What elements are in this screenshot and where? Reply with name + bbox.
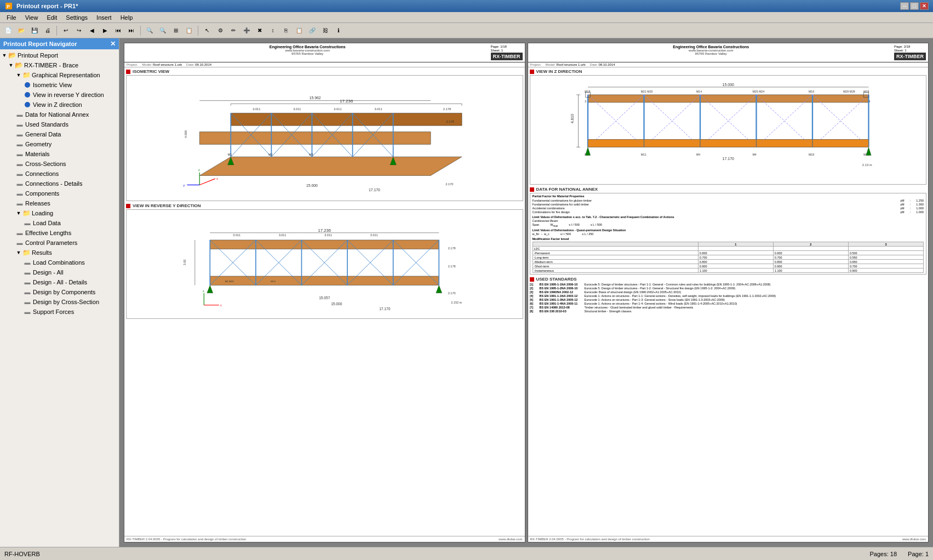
mod-row: -Short-term0.9000.9000.700	[533, 264, 924, 268]
mod-val-2: 0.600	[773, 251, 848, 255]
tree-item-design-all-details[interactable]: ▬ Design - All - Details	[0, 277, 119, 287]
expand-icon[interactable]: ▼	[1, 52, 8, 59]
tb-save[interactable]: 💾	[28, 25, 41, 37]
standards-item: [4]BS EN 1991-1-1NA 2003-12Eurocode 1: A…	[530, 294, 927, 298]
standards-item: [8]BS EN 338 2010-03Structural timber - …	[530, 310, 927, 313]
tree-item-support-forces[interactable]: ▬ Support Forces	[0, 307, 119, 317]
menu-view[interactable]: View	[21, 13, 43, 22]
svg-text:M1: M1	[228, 153, 232, 156]
folder-open-icon: 📂	[14, 61, 23, 70]
tree-item-cross-sections[interactable]: ▬ Cross-Sections	[0, 159, 119, 169]
tb-forward[interactable]: ▶	[99, 25, 111, 37]
tb-info[interactable]: ℹ	[333, 25, 345, 37]
tree-item-results[interactable]: ▼ 📁 Results	[0, 248, 119, 258]
tree-item-materials[interactable]: ▬ Materials	[0, 149, 119, 159]
deform-span: Span	[533, 223, 540, 227]
tree-item-components[interactable]: ▬ Components	[0, 188, 119, 198]
tb-zoom-in[interactable]: 🔍	[144, 25, 156, 37]
tb-open[interactable]: 📂	[15, 25, 27, 37]
expand-icon[interactable]: ▼	[8, 62, 14, 68]
svg-rect-45	[210, 240, 439, 249]
tree-item-design-all[interactable]: ▬ Design - All	[0, 267, 119, 277]
expand-icon[interactable]: ▼	[15, 72, 22, 78]
svg-text:15.000: 15.000	[722, 83, 734, 87]
std-code: BS EN 1991-1-1NA 2003-12	[540, 294, 583, 298]
minimize-button[interactable]: ─	[900, 2, 909, 10]
tb-link[interactable]: 🔗	[306, 25, 318, 37]
tb-select[interactable]: ↖	[201, 25, 213, 37]
tb-undo[interactable]: ↩	[60, 25, 72, 37]
tree-item-load-data[interactable]: ▬ Load Data	[0, 218, 119, 228]
tree-item-design-cross[interactable]: ▬ Design by Cross-Section	[0, 297, 119, 307]
close-button[interactable]: ✕	[920, 2, 929, 10]
menu-insert[interactable]: Insert	[92, 13, 116, 22]
tb-unlink[interactable]: ⛓	[319, 25, 331, 37]
tree-item-design-components[interactable]: ▬ Design by Components	[0, 287, 119, 297]
tb-print[interactable]: 🖨	[42, 25, 54, 37]
tree-item-loading[interactable]: ▼ 📁 Loading	[0, 208, 119, 218]
tree-item-view-reverse-y[interactable]: View in reverse Y direction	[0, 90, 119, 100]
tree-item-releases[interactable]: ▬ Releases	[0, 198, 119, 208]
svg-text:M3: M3	[309, 153, 313, 156]
expand-icon[interactable]: ▼	[15, 210, 22, 216]
tree-item-geometry[interactable]: ▬ Geometry	[0, 139, 119, 149]
tree-item-connections-details[interactable]: ▬ Connections - Details	[0, 179, 119, 188]
na-sym-3: γM	[900, 207, 904, 210]
tb-last[interactable]: ⏭	[125, 25, 138, 37]
navigator-close[interactable]: ✕	[110, 40, 116, 48]
tb-zoom-out[interactable]: 🔍	[157, 25, 169, 37]
tb-move[interactable]: ↕	[267, 25, 279, 37]
view-z-box: 4.810 15.000 17.170 2.13 m M18 M21 M20 M…	[530, 75, 927, 185]
tree-item-standards[interactable]: ▬ Used Standards	[0, 119, 119, 129]
tree-item-load-combinations[interactable]: ▬ Load Combinations	[0, 258, 119, 267]
expand-icon[interactable]: ▼	[15, 249, 22, 256]
tb-delete[interactable]: ✖	[254, 25, 266, 37]
menu-help[interactable]: Help	[116, 13, 138, 22]
tree-item-printout-report[interactable]: ▼ 📂 Printout Report	[0, 50, 119, 60]
menu-settings[interactable]: Settings	[61, 13, 92, 22]
standards-list: [1]BS EN 1995-1-1NA 2006-10Eurocode 5: D…	[530, 283, 927, 313]
svg-text:M4: M4	[752, 153, 756, 156]
tb-back[interactable]: ◀	[86, 25, 98, 37]
tree-item-effective-lengths[interactable]: ▬ Effective Lengths	[0, 228, 119, 238]
svg-text:z: z	[198, 168, 200, 172]
svg-text:17.170: 17.170	[369, 188, 380, 192]
na-sep-3: :	[910, 207, 911, 210]
svg-text:3.011: 3.011	[279, 233, 287, 237]
tb-zoom-page[interactable]: 📋	[183, 25, 195, 37]
tree-label: Control Parameters	[25, 239, 77, 246]
tb-add[interactable]: ➕	[241, 25, 253, 37]
doc-icon: ▬	[15, 130, 24, 139]
tree-item-general[interactable]: ▬ General Data	[0, 129, 119, 139]
std-desc: Eurocode 1: Actions on structures - Part…	[585, 294, 776, 298]
sheet-label-2: Sheet:	[894, 49, 903, 52]
tb-copy[interactable]: ⎘	[280, 25, 292, 37]
tree-item-control[interactable]: ▬ Control Parameters	[0, 238, 119, 248]
tb-zoom-fit[interactable]: ⊞	[170, 25, 182, 37]
tb-paste[interactable]: 📋	[293, 25, 305, 37]
tree-item-national[interactable]: ▬ Data for National Annex	[0, 110, 119, 119]
standards-item: [7]BS EN 14080 2013-08Timber structures …	[530, 306, 927, 309]
tb-first[interactable]: ⏮	[112, 25, 124, 37]
tree-item-rx-timber[interactable]: ▼ 📂 RX-TIMBER - Brace	[0, 60, 119, 70]
company-address: 95765 Rambov Valley	[127, 52, 489, 55]
tb-new[interactable]: 📄	[2, 25, 14, 37]
tree-item-isometric[interactable]: Isometric View	[0, 80, 119, 90]
doc-icon: ▬	[23, 278, 32, 287]
maximize-button[interactable]: □	[910, 2, 919, 10]
tree-item-graphical[interactable]: ▼ 📁 Graphical Representation	[0, 70, 119, 80]
svg-rect-135	[812, 139, 868, 147]
tree-item-connections[interactable]: ▬ Connections	[0, 169, 119, 179]
page-num-2: 2/18	[904, 45, 911, 48]
tb-sep2	[140, 26, 141, 36]
footer-text-2: RX-TIMBER 2.04.0005 - Program for calcul…	[530, 538, 650, 541]
tb-edit2[interactable]: ✏	[227, 25, 239, 37]
standards-item: [6]BS EN 1991-1-4NA 2005-11Eurocode 1: A…	[530, 302, 927, 305]
tb-redo[interactable]: ↪	[73, 25, 85, 37]
menu-file[interactable]: File	[2, 13, 21, 22]
tree-item-view-z[interactable]: View in Z direction	[0, 100, 119, 110]
tb-settings2[interactable]: ⚙	[214, 25, 226, 37]
quasi-p2: ≤ L / 250	[582, 232, 593, 236]
folder-open-icon: 📁	[22, 209, 31, 218]
menu-edit[interactable]: Edit	[42, 13, 61, 22]
